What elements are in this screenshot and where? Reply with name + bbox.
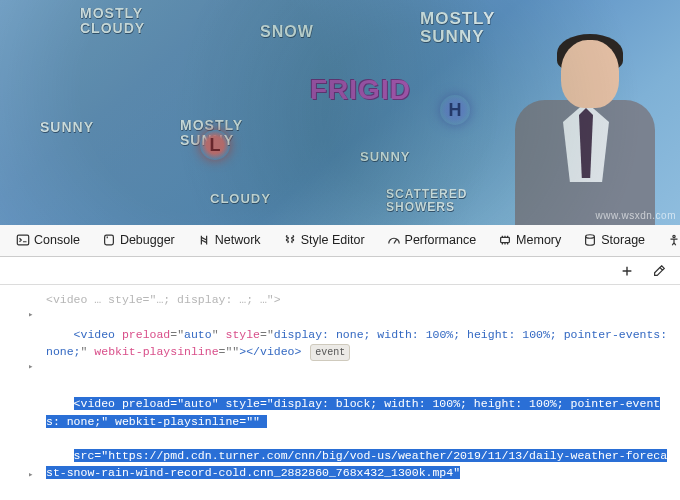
console-icon: [16, 233, 30, 247]
label-mostly-sunny-ne: MOSTLY SUNNY: [420, 10, 495, 46]
tab-label: Network: [215, 233, 261, 247]
code-line-selected[interactable]: <video preload="auto" style="display: bl…: [46, 378, 680, 500]
video-preview[interactable]: MOSTLY CLOUDY SNOW MOSTLY SUNNY FRIGID S…: [0, 0, 680, 225]
svg-rect-0: [17, 235, 28, 245]
label-mostly-sunny-c: MOSTLY SUNNY: [180, 118, 243, 147]
code-line-dim: <video … style="…; display: …; …">: [46, 291, 680, 308]
tab-style-editor[interactable]: Style Editor: [273, 225, 375, 256]
tab-debugger[interactable]: Debugger: [92, 225, 185, 256]
weather-anchor: [505, 30, 665, 225]
add-rule-button[interactable]: [616, 260, 638, 282]
label-sunny-w: SUNNY: [40, 120, 94, 135]
expand-arrow-icon[interactable]: ▸: [28, 361, 33, 375]
tab-label: Storage: [601, 233, 645, 247]
event-badge[interactable]: event: [310, 344, 350, 361]
tab-memory[interactable]: Memory: [488, 225, 571, 256]
tab-performance[interactable]: Performance: [377, 225, 487, 256]
svg-rect-1: [105, 235, 114, 245]
label-cloudy: CLOUDY: [210, 192, 271, 206]
tab-label: Style Editor: [301, 233, 365, 247]
label-scattered-showers: SCATTERED SHOWERS: [386, 188, 467, 213]
devtools-tab-bar: Console Debugger Network Style Editor Pe…: [0, 225, 680, 257]
memory-icon: [498, 233, 512, 247]
accessibility-icon: [667, 233, 680, 247]
performance-icon: [387, 233, 401, 247]
low-pressure-icon: L: [200, 130, 230, 160]
storage-icon: [583, 233, 597, 247]
tab-label: Memory: [516, 233, 561, 247]
label-frigid: FRIGID: [310, 75, 411, 104]
label-sunny-se: SUNNY: [360, 150, 411, 164]
svg-rect-2: [501, 237, 510, 242]
tab-console[interactable]: Console: [6, 225, 90, 256]
tab-label: Performance: [405, 233, 477, 247]
high-pressure-icon: H: [440, 95, 470, 125]
dom-inspector-panel[interactable]: <video … style="…; display: …; …"> ▸ <vi…: [0, 285, 680, 500]
debugger-icon: [102, 233, 116, 247]
code-line[interactable]: <video preload="auto" style="display: no…: [46, 308, 680, 378]
expand-arrow-icon[interactable]: ▸: [28, 309, 33, 323]
svg-point-4: [673, 235, 675, 237]
tab-network[interactable]: Network: [187, 225, 271, 256]
tab-accessibility[interactable]: Access: [657, 225, 680, 256]
watermark: www.wsxdn.com: [596, 210, 676, 221]
tab-label: Debugger: [120, 233, 175, 247]
network-icon: [197, 233, 211, 247]
tab-label: Console: [34, 233, 80, 247]
expand-arrow-icon[interactable]: ▸: [28, 469, 33, 483]
svg-point-3: [586, 234, 595, 238]
label-mostly-cloudy: MOSTLY CLOUDY: [80, 6, 145, 35]
eyedropper-button[interactable]: [648, 260, 670, 282]
label-snow: SNOW: [260, 24, 314, 41]
inspector-sub-toolbar: [0, 257, 680, 285]
tab-storage[interactable]: Storage: [573, 225, 655, 256]
style-editor-icon: [283, 233, 297, 247]
